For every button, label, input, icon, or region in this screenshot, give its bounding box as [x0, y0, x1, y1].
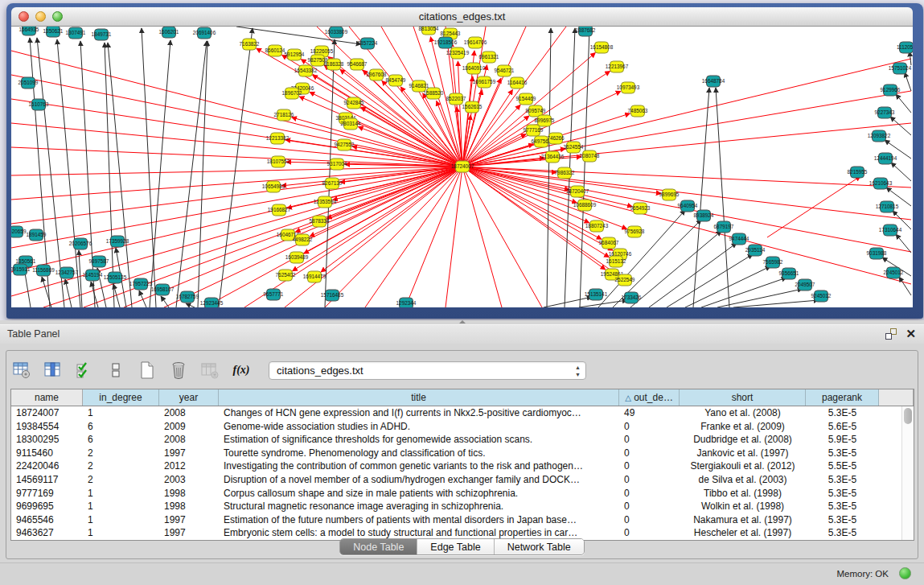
table-type-tabs: Node TableEdge TableNetwork Table [6, 538, 918, 555]
graph-node-label: 12353594 [314, 199, 337, 204]
cell-year: 2008 [159, 406, 219, 420]
graph-node-label: 8813054 [419, 27, 439, 31]
create-column-button[interactable] [137, 360, 158, 381]
cell-title: Genome-wide association studies in ADHD. [219, 420, 619, 434]
select-arrows-icon: ▲▼ [575, 364, 581, 378]
cell-in-degree: 1 [83, 500, 159, 513]
cell-pagerank: 5.3E-5 [806, 500, 879, 513]
graph-node-label: 1307491 [66, 30, 86, 35]
graph-node-label: 2520659 [11, 229, 27, 234]
column-header-year[interactable]: year [159, 389, 219, 406]
column-header-pagerank[interactable]: pagerank [806, 389, 879, 406]
graph-node-label: 21364436 [541, 154, 565, 159]
cell-year: 2008 [159, 433, 219, 447]
cell-title: Changes of HCN gene expression and I(f) … [219, 406, 619, 420]
graph-node-label: 9546721 [495, 68, 515, 73]
row-height-button[interactable] [105, 360, 126, 381]
graph-node-label: 2522549 [615, 277, 635, 282]
desktop-background: citations_edges.txt 71638228660124591295… [0, 0, 924, 320]
scrollbar-thumb[interactable] [904, 408, 912, 424]
column-header-in-degree[interactable]: in_degree [83, 389, 159, 406]
graph-node-label: 12444194 [874, 155, 897, 161]
graph-node-label: 16033809 [325, 29, 348, 35]
cell-title: Estimation of the future numbers of pati… [219, 513, 619, 527]
graph-node-label: 1164416 [507, 80, 528, 85]
table-row[interactable]: 969969511998Structural magnetic resonanc… [11, 500, 914, 513]
graph-node-label: 9897587 [89, 258, 109, 264]
graph-node-label: 7485063 [628, 108, 648, 113]
graph-node-label: 8996975 [535, 117, 555, 123]
graph-node-label: 12923445 [200, 300, 224, 306]
close-panel-icon[interactable]: ✕ [906, 328, 916, 340]
graph-node-label: 12213967 [606, 64, 629, 69]
graph-node-label: 8215955 [848, 169, 868, 175]
cell-year: 1997 [159, 447, 219, 460]
graph-node-label: 2803144 [341, 121, 361, 126]
table-row[interactable]: 977716911998Corpus callosum shape and si… [11, 487, 914, 501]
table-row[interactable]: 1872400712008Changes of HCN gene express… [11, 406, 914, 420]
graph-node-label: 9474444 [729, 236, 749, 241]
graph-node-label: 1562615 [462, 104, 483, 109]
function-builder-button[interactable]: f(x) [231, 360, 252, 381]
minimize-window-button[interactable] [35, 11, 46, 22]
network-table-select[interactable]: citations_edges.txt ▲▼ [269, 361, 586, 380]
float-panel-icon[interactable] [885, 328, 897, 340]
show-columns-button[interactable] [43, 360, 64, 381]
graph-node-label: 8660124 [265, 47, 285, 53]
cell-pagerank: 5.6E-5 [806, 420, 879, 434]
table-row[interactable]: 911546021997Tourette syndrome. Phenomeno… [11, 447, 914, 460]
cell-year: 1998 [159, 500, 219, 513]
fx-icon: f(x) [233, 364, 250, 377]
table-row[interactable]: 1830029562008Estimation of significance … [11, 433, 914, 447]
graph-node-label: 8454749 [386, 77, 406, 83]
tab-edge-table[interactable]: Edge Table [417, 539, 494, 554]
graph-node-label: 1292344 [396, 300, 417, 306]
cell-short: Franke et al. (2009) [680, 420, 806, 434]
cell-name: 9115460 [11, 447, 83, 460]
cell-name: 9777169 [11, 487, 83, 501]
graph-node-label: 9356651 [779, 270, 799, 276]
graph-node-label: 17310644 [879, 227, 902, 233]
cell-title: Corpus callosum shape and size in male p… [219, 487, 619, 501]
column-header-filler [879, 389, 914, 406]
table-toolbar: f(x) citations_edges.txt ▲▼ [11, 356, 586, 385]
cell-in-degree: 2 [83, 459, 159, 473]
tab-network-table[interactable]: Network Table [495, 539, 584, 554]
cell-out-de-: 0 [619, 513, 680, 527]
network-window-titlebar[interactable]: citations_edges.txt [11, 7, 913, 27]
network-window[interactable]: citations_edges.txt 71638228660124591295… [6, 3, 923, 319]
cell-short: de Silva et al. (2003) [680, 473, 806, 487]
delete-column-button[interactable] [168, 360, 189, 381]
network-canvas[interactable]: 7163822866012459129541822605598275088186… [11, 27, 913, 307]
close-window-button[interactable] [18, 11, 29, 22]
column-header-short[interactable]: short [680, 389, 806, 406]
graph-node-label: 9227343 [875, 109, 895, 115]
window-title: citations_edges.txt [11, 7, 913, 27]
column-header-out-de-[interactable]: △ out_de… [619, 389, 680, 406]
column-header-title[interactable]: title [219, 389, 619, 406]
graph-node-label: 1080748 [580, 153, 600, 159]
graph-node-label: 10688609 [573, 202, 597, 208]
table-row[interactable]: 946554611997Estimation of the future num… [11, 513, 914, 527]
table-row[interactable]: 1938455462009Genome-wide association stu… [11, 420, 914, 434]
cell-title: Tourette syndrome. Phenomenology and cla… [219, 447, 619, 460]
graph-node-label: 9899695 [659, 192, 680, 197]
graph-node-label: 7986322 [555, 170, 575, 175]
cell-in-degree: 2 [83, 447, 159, 460]
tab-node-table[interactable]: Node Table [340, 539, 417, 554]
graph-node-label: 9242845 [344, 100, 364, 105]
zoom-window-button[interactable] [52, 11, 63, 22]
cell-short: Stergiakouli et al. (2012) [680, 459, 806, 473]
graph-node-label: 16961759 [473, 79, 496, 84]
graph-node-label: 9546687 [347, 61, 368, 67]
select-columns-button[interactable] [74, 360, 95, 381]
table-row[interactable]: 2242004622012Investigating the contribut… [11, 459, 914, 473]
column-header-name[interactable]: name [11, 389, 83, 406]
graph-node-label: 1615132 [606, 258, 626, 264]
vertical-scrollbar[interactable] [901, 406, 914, 541]
graph-node-label: 17359928 [106, 238, 129, 244]
table-settings-button[interactable] [11, 360, 32, 381]
graph-node-label: 16210643 [869, 180, 893, 186]
table-row[interactable]: 1456911722003Disruption of a novel membe… [11, 473, 914, 487]
network-graph: 7163822866012459129541822605598275088186… [11, 27, 913, 307]
